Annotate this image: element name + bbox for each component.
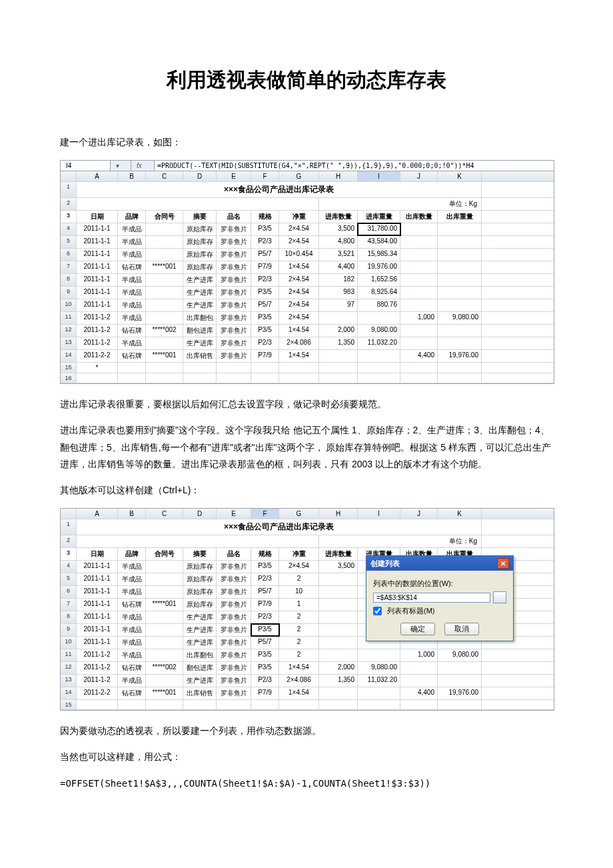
cell[interactable]: 9,080.00 [438, 312, 482, 324]
cell[interactable] [400, 662, 438, 674]
cell[interactable] [438, 325, 482, 337]
cell[interactable] [146, 675, 183, 687]
cell[interactable] [319, 373, 358, 383]
cell[interactable]: 2 [279, 573, 319, 585]
cell[interactable]: 钻石牌 [118, 599, 146, 611]
cell[interactable]: 8,925.64 [358, 287, 400, 299]
cell[interactable] [319, 700, 358, 709]
cell[interactable]: 半成品 [118, 624, 146, 636]
cell[interactable] [217, 363, 251, 373]
cell[interactable] [319, 687, 358, 699]
column-header[interactable]: H [319, 509, 358, 519]
cell[interactable] [438, 700, 482, 709]
row-number[interactable]: 7 [61, 599, 77, 611]
cell[interactable]: 4,400 [319, 261, 358, 273]
row-number[interactable]: 7 [61, 261, 77, 273]
column-header[interactable]: E [217, 171, 251, 181]
cell[interactable] [319, 624, 358, 636]
cell[interactable]: 2011-1-2 [77, 649, 118, 661]
row-number[interactable]: 2 [61, 535, 77, 547]
cell[interactable]: 罗非鱼片 [217, 599, 251, 611]
cell[interactable]: 2011-1-1 [77, 599, 118, 611]
cell[interactable] [400, 249, 438, 261]
cell[interactable]: 1×4.54 [279, 687, 319, 699]
cell[interactable]: 钻石牌 [118, 662, 146, 674]
cell[interactable]: 3,500 [319, 223, 358, 235]
cell[interactable]: 15,985.34 [358, 249, 400, 261]
cell[interactable]: 1,350 [319, 675, 358, 687]
cell[interactable]: 罗非鱼片 [217, 249, 251, 261]
range-input[interactable]: =$A$3:$K$14 [373, 593, 490, 603]
row-number[interactable]: 8 [61, 611, 77, 623]
row-number[interactable]: 15 [61, 363, 77, 373]
cell[interactable]: 10 [279, 586, 319, 598]
cell[interactable]: 19,976.00 [438, 687, 482, 699]
cell[interactable] [279, 363, 319, 373]
column-header[interactable]: B [118, 509, 146, 519]
cell[interactable]: 1×4.54 [279, 261, 319, 273]
cell[interactable] [358, 312, 400, 324]
cell[interactable]: 罗非鱼片 [217, 687, 251, 699]
row-number[interactable]: 13 [61, 675, 77, 687]
cell[interactable]: 出库销售 [183, 687, 217, 699]
close-icon[interactable]: ✕ [497, 558, 509, 569]
cell[interactable]: 2011-1-1 [77, 236, 118, 248]
cell[interactable]: 罗非鱼片 [217, 287, 251, 299]
cell[interactable]: 2×4.54 [279, 287, 319, 299]
cell[interactable]: 半成品 [118, 236, 146, 248]
cell[interactable] [251, 363, 279, 373]
cell[interactable]: 原始库存 [183, 561, 217, 573]
cell[interactable] [400, 299, 438, 311]
cell[interactable] [279, 700, 319, 709]
cell[interactable]: *****001 [146, 350, 183, 362]
cell[interactable]: 2011-1-1 [77, 561, 118, 573]
cell[interactable]: 2011-1-1 [77, 586, 118, 598]
cell[interactable]: 半成品 [118, 649, 146, 661]
cell[interactable]: 1,350 [319, 337, 358, 349]
column-header[interactable]: G [279, 509, 319, 519]
cell[interactable]: *****002 [146, 662, 183, 674]
row-number[interactable]: 11 [61, 649, 77, 661]
cell[interactable] [319, 649, 358, 661]
cell[interactable]: 生产进库 [183, 337, 217, 349]
cell[interactable] [146, 274, 183, 286]
cell[interactable]: 2011-1-2 [77, 675, 118, 687]
cell[interactable]: 4,800 [319, 236, 358, 248]
cell[interactable]: 1,000 [400, 649, 438, 661]
cell[interactable]: 97 [319, 299, 358, 311]
cell[interactable] [358, 687, 400, 699]
cell[interactable]: 2×4.54 [279, 236, 319, 248]
cell[interactable]: 罗非鱼片 [217, 350, 251, 362]
cell[interactable] [319, 599, 358, 611]
cell[interactable]: 2011-1-1 [77, 274, 118, 286]
cell[interactable]: 罗非鱼片 [217, 637, 251, 649]
cell[interactable] [251, 700, 279, 709]
cell[interactable]: 钻石牌 [118, 350, 146, 362]
cell[interactable] [400, 223, 438, 235]
cell[interactable]: 2011-1-1 [77, 637, 118, 649]
cell[interactable] [146, 299, 183, 311]
row-number[interactable]: 3 [61, 211, 77, 223]
cell[interactable]: P3/5 [251, 649, 279, 661]
cell[interactable] [146, 637, 183, 649]
column-header[interactable]: J [400, 171, 438, 181]
cell[interactable]: 罗非鱼片 [217, 337, 251, 349]
cell[interactable] [319, 363, 358, 373]
cell[interactable]: 2011-1-1 [77, 573, 118, 585]
cell[interactable] [118, 700, 146, 709]
cell[interactable]: 2 [279, 637, 319, 649]
cell[interactable]: 罗非鱼片 [217, 299, 251, 311]
cell[interactable]: P2/3 [251, 274, 279, 286]
cell[interactable]: 4,400 [400, 687, 438, 699]
cell[interactable]: 罗非鱼片 [217, 586, 251, 598]
cell[interactable]: 983 [319, 287, 358, 299]
cell[interactable]: 2011-1-2 [77, 312, 118, 324]
cell[interactable]: 罗非鱼片 [217, 223, 251, 235]
row-number[interactable]: 5 [61, 573, 77, 585]
cell[interactable]: 原始库存 [183, 599, 217, 611]
range-picker-icon[interactable] [493, 591, 506, 603]
cell[interactable]: P3/5 [251, 287, 279, 299]
cell[interactable] [146, 287, 183, 299]
cell[interactable] [400, 236, 438, 248]
cell[interactable] [146, 312, 183, 324]
